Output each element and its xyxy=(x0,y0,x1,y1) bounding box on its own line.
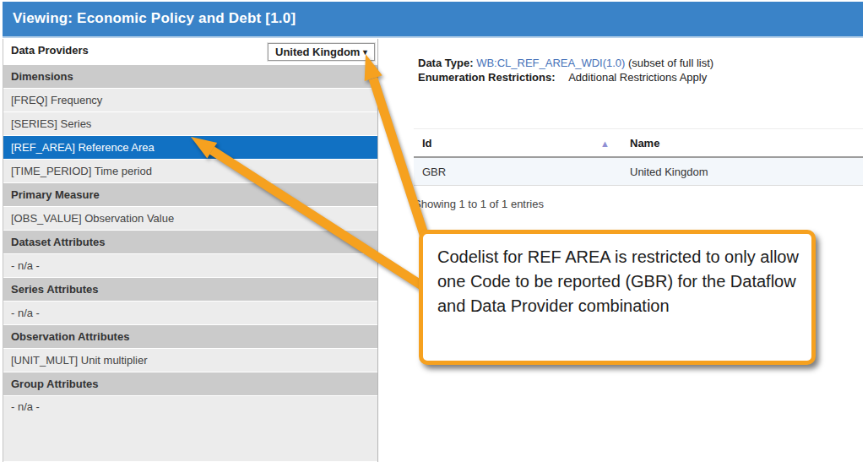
application-window: Viewing: Economic Policy and Debt [1.0] … xyxy=(0,0,868,462)
sidebar-section-observation-attributes: Observation Attributes xyxy=(3,325,377,348)
chevron-down-icon: ▼ xyxy=(361,48,369,57)
codelist-table: Id ▲ Name GBR United Kingdom xyxy=(414,128,863,186)
cell-id: GBR xyxy=(414,158,625,185)
sidebar-item-freq[interactable]: [FREQ] Frequency xyxy=(3,89,377,111)
data-type-label: Data Type: xyxy=(418,57,474,69)
dimensions-panel: Data Providers United Kingdom ▼ Dimensio… xyxy=(3,39,378,462)
annotation-callout-text: Codelist for REF AREA is restricted to o… xyxy=(423,234,811,318)
enumeration-line: Enumeration Restrictions: Additional Res… xyxy=(418,70,713,84)
column-header-id[interactable]: Id ▲ xyxy=(414,129,625,156)
sidebar-item-unit-mult[interactable]: [UNIT_MULT] Unit multiplier xyxy=(3,349,377,372)
sidebar-item-dataset-na: - n/a - xyxy=(3,254,377,277)
data-provider-dropdown-value: United Kingdom xyxy=(275,46,360,58)
sidebar-item-series-na: - n/a - xyxy=(3,302,377,324)
sidebar-section-dataset-attributes: Dataset Attributes xyxy=(3,231,377,253)
sidebar-section-series-attributes: Series Attributes xyxy=(3,278,377,301)
sidebar-section-primary-measure: Primary Measure xyxy=(3,183,377,206)
sidebar-item-group-na: - n/a - xyxy=(3,396,377,461)
table-header-row: Id ▲ Name xyxy=(414,129,863,158)
data-providers-row: Data Providers United Kingdom ▼ xyxy=(3,39,377,64)
table-row: GBR United Kingdom xyxy=(414,158,863,186)
page-title: Viewing: Economic Policy and Debt [1.0] xyxy=(3,2,863,35)
codelist-metadata: Data Type: WB:CL_REF_AREA_WDI(1.0) (subs… xyxy=(418,56,713,84)
sort-ascending-icon: ▲ xyxy=(600,129,610,158)
enumeration-restrictions-label: Enumeration Restrictions: xyxy=(418,71,556,84)
sidebar-section-group-attributes: Group Attributes xyxy=(3,372,377,395)
data-provider-dropdown[interactable]: United Kingdom ▼ xyxy=(268,43,375,61)
sidebar-section-dimensions: Dimensions xyxy=(3,65,377,88)
sidebar-item-ref-area-selected[interactable]: [REF_AREA] Reference Area xyxy=(3,136,377,159)
sidebar-item-time-period[interactable]: [TIME_PERIOD] Time period xyxy=(3,160,377,182)
sidebar-item-obs-value[interactable]: [OBS_VALUE] Observation Value xyxy=(3,207,377,230)
sidebar-item-series[interactable]: [SERIES] Series xyxy=(3,112,377,135)
data-type-line: Data Type: WB:CL_REF_AREA_WDI(1.0) (subs… xyxy=(418,56,713,70)
data-type-link[interactable]: WB:CL_REF_AREA_WDI(1.0) xyxy=(476,57,625,69)
title-bar: Viewing: Economic Policy and Debt [1.0] xyxy=(3,2,863,38)
annotation-callout: Codelist for REF AREA is restricted to o… xyxy=(419,230,816,365)
data-type-suffix: (subset of full list) xyxy=(628,57,713,69)
data-providers-label: Data Providers xyxy=(3,44,89,57)
table-summary: Showing 1 to 1 of 1 entries xyxy=(414,198,544,210)
column-header-name[interactable]: Name xyxy=(625,129,863,156)
cell-name: United Kingdom xyxy=(625,158,863,185)
enumeration-restrictions-value: Additional Restrictions Apply xyxy=(568,71,707,84)
